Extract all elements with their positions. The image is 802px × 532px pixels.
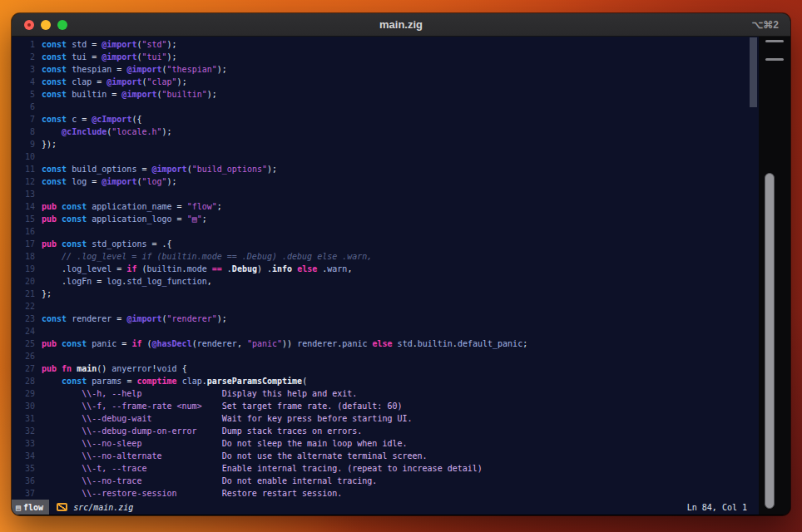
line-number: 8: [12, 126, 42, 138]
code-line-8[interactable]: 8 @cInclude("locale.h");: [12, 126, 759, 138]
window-scrollbar-track[interactable]: [759, 37, 790, 515]
editor-scrollbar[interactable]: [750, 37, 757, 107]
code-line-15[interactable]: 15pub const application_logo = "▤";: [12, 213, 759, 225]
code-text: \\--no-trace Do not enable internal trac…: [42, 476, 377, 485]
file-path-label[interactable]: src/main.zig: [73, 503, 133, 512]
minimize-button[interactable]: [41, 20, 51, 30]
code-line-36[interactable]: 36 \\--no-trace Do not enable internal t…: [12, 475, 759, 487]
code-text: };: [42, 289, 52, 298]
line-number: 12: [12, 175, 42, 188]
code-text: pub const std_options = .{: [42, 239, 172, 249]
code-line-12[interactable]: 12const log = @import("log");: [12, 175, 759, 188]
line-number: 17: [12, 238, 42, 250]
line-number: 23: [12, 313, 42, 325]
app-menu-badge[interactable]: ▤ flow: [12, 500, 49, 515]
code-line-27[interactable]: 27pub fn main() anyerror!void {: [12, 362, 759, 375]
code-line-17[interactable]: 17pub const std_options = .{: [12, 238, 759, 250]
line-number: 3: [12, 63, 42, 76]
code-line-23[interactable]: 23const renderer = @import("renderer");: [12, 313, 759, 325]
code-line-6[interactable]: 6: [12, 101, 759, 113]
code-text: const renderer = @import("renderer");: [42, 314, 227, 323]
code-line-28[interactable]: 28 const params = comptime clap.parsePar…: [12, 375, 759, 387]
line-number: 9: [12, 138, 42, 150]
code-line-11[interactable]: 11const build_options = @import("build_o…: [12, 163, 759, 175]
line-number: 6: [12, 101, 42, 113]
close-button[interactable]: [24, 20, 34, 30]
scroll-marker: [765, 40, 784, 42]
code-text: const params = comptime clap.parseParams…: [42, 377, 307, 386]
code-line-3[interactable]: 3const thespian = @import("thespian");: [12, 63, 759, 76]
code-text: const build_options = @import("build_opt…: [42, 165, 277, 174]
code-text: \\--restore-session Restore restart sess…: [42, 489, 342, 498]
code-line-10[interactable]: 10: [12, 150, 759, 163]
line-number: 15: [12, 213, 42, 225]
line-number: 14: [12, 200, 42, 213]
code-text: \\--debug-wait Wait for key press before…: [42, 414, 413, 423]
code-line-37[interactable]: 37 \\--restore-session Restore restart s…: [12, 487, 759, 500]
code-line-18[interactable]: 18 // .log_level = if (builtin.mode == .…: [12, 250, 759, 263]
code-line-30[interactable]: 30 \\-f, --frame-rate <num> Set target f…: [12, 400, 759, 412]
flow-logo-icon: ▤: [16, 503, 21, 512]
code-line-2[interactable]: 2const tui = @import("tui");: [12, 51, 759, 63]
code-text: \\--no-sleep Do not sleep the main loop …: [42, 439, 408, 448]
line-number: 21: [12, 288, 42, 300]
code-text: });: [42, 140, 57, 149]
code-line-20[interactable]: 20 .logFn = log.std_log_function,: [12, 275, 759, 288]
code-line-31[interactable]: 31 \\--debug-wait Wait for key press bef…: [12, 412, 759, 425]
code-line-9[interactable]: 9});: [12, 138, 759, 150]
line-number: 37: [12, 487, 42, 500]
code-text: .log_level = if (builtin.mode == .Debug)…: [42, 264, 352, 273]
code-text: const builtin = @import("builtin");: [42, 90, 217, 99]
code-line-13[interactable]: 13: [12, 188, 759, 200]
code-line-24[interactable]: 24: [12, 325, 759, 337]
code-line-5[interactable]: 5const builtin = @import("builtin");: [12, 88, 759, 101]
line-number: 27: [12, 362, 42, 375]
line-number: 5: [12, 88, 42, 101]
line-number: 32: [12, 425, 42, 437]
project-icon: [57, 503, 67, 511]
code-text: pub fn main() anyerror!void {: [42, 364, 187, 373]
cursor-position-label[interactable]: Ln 84, Col 1: [687, 503, 747, 512]
line-number: 10: [12, 150, 42, 163]
code-line-14[interactable]: 14pub const application_name = "flow";: [12, 200, 759, 213]
status-bar: ▤ flow src/main.zig Ln 84, Col 1: [12, 500, 759, 515]
line-number: 18: [12, 250, 42, 263]
titlebar[interactable]: main.zig ⌥⌘2: [12, 13, 790, 37]
line-number: 24: [12, 325, 42, 337]
window-title: main.zig: [12, 18, 790, 31]
line-number: 35: [12, 462, 42, 475]
code-text: \\-h, --help Display this help and exit.: [42, 389, 357, 398]
line-number: 19: [12, 263, 42, 275]
code-line-32[interactable]: 32 \\--debug-dump-on-error Dump stack tr…: [12, 425, 759, 437]
line-number: 1: [12, 38, 42, 51]
line-number: 33: [12, 437, 42, 450]
code-text: @cInclude("locale.h");: [42, 127, 172, 136]
scroll-marker: [765, 58, 784, 61]
code-line-19[interactable]: 19 .log_level = if (builtin.mode == .Deb…: [12, 263, 759, 275]
line-number: 26: [12, 350, 42, 362]
code-line-1[interactable]: 1const std = @import("std");: [12, 38, 759, 51]
line-number: 11: [12, 163, 42, 175]
code-line-4[interactable]: 4const clap = @import("clap");: [12, 76, 759, 88]
code-line-25[interactable]: 25pub const panic = if (@hasDecl(rendere…: [12, 337, 759, 350]
code-editor[interactable]: 1const std = @import("std");2const tui =…: [12, 37, 759, 500]
code-line-21[interactable]: 21};: [12, 288, 759, 300]
code-line-26[interactable]: 26: [12, 350, 759, 362]
code-line-34[interactable]: 34 \\--no-alternate Do not use the alter…: [12, 450, 759, 462]
code-line-35[interactable]: 35 \\-t, --trace Enable internal tracing…: [12, 462, 759, 475]
code-text: \\--no-alternate Do not use the alternat…: [42, 451, 428, 461]
zoom-button[interactable]: [57, 20, 67, 30]
code-line-22[interactable]: 22: [12, 300, 759, 313]
line-number: 34: [12, 450, 42, 462]
line-number: 30: [12, 400, 42, 412]
window-scrollbar-thumb[interactable]: [765, 173, 775, 509]
traffic-lights: [12, 20, 67, 30]
code-line-7[interactable]: 7const c = @cImport({: [12, 113, 759, 126]
code-text: const std = @import("std");: [42, 40, 177, 49]
code-line-16[interactable]: 16: [12, 225, 759, 238]
line-number: 2: [12, 51, 42, 63]
code-line-33[interactable]: 33 \\--no-sleep Do not sleep the main lo…: [12, 437, 759, 450]
code-text: const tui = @import("tui");: [42, 52, 177, 62]
line-number: 4: [12, 76, 42, 88]
code-line-29[interactable]: 29 \\-h, --help Display this help and ex…: [12, 387, 759, 400]
